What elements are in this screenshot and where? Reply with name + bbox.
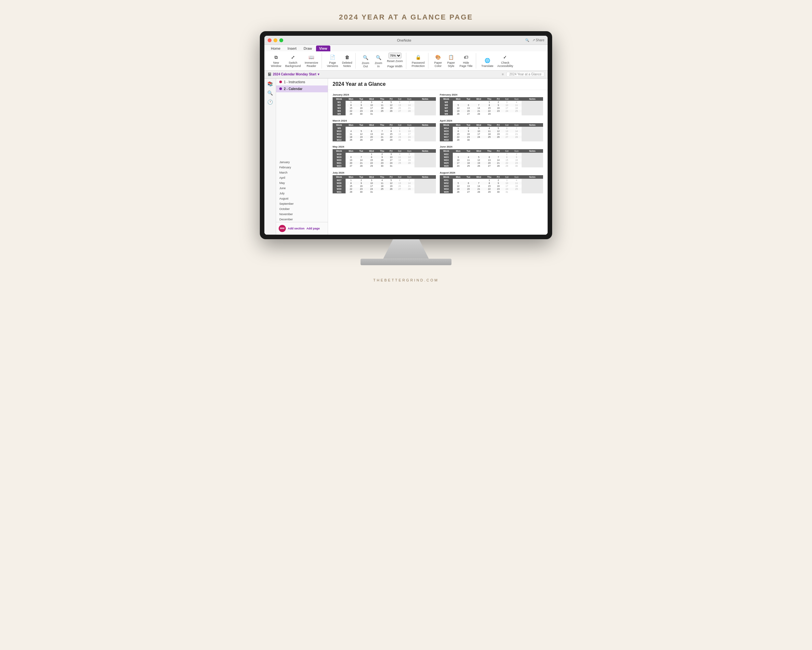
calendar-month-7: August 2024WeekMonTueWedThuFriSatSunNote…: [440, 171, 543, 193]
notebook-name[interactable]: 📓 2024 Calendar Monday Start ▾: [268, 72, 319, 76]
language-group: 🌐 Translate ✓ CheckAccessibility: [478, 53, 516, 69]
password-protection-button[interactable]: 🔒 PasswordProtection: [410, 53, 426, 69]
calendars-grid: January 2024WeekMonTueWedThuFriSatSunNot…: [333, 93, 543, 193]
sort-icon[interactable]: ≡: [502, 72, 504, 76]
month-december[interactable]: December: [276, 217, 328, 222]
section-instructions[interactable]: 1 - Instructions: [276, 79, 328, 86]
reset-zoom-button[interactable]: Reset Zoom: [386, 59, 404, 64]
switch-background-button[interactable]: ⤢ SwitchBackground: [284, 53, 302, 69]
hide-page-title-button[interactable]: 🏷 HidePage Title: [458, 53, 474, 69]
tab-draw[interactable]: Draw: [301, 46, 315, 51]
cal-table-3: WeekMonTueWedThuFriSatSunNotesW141234567…: [440, 123, 543, 141]
paper-color-icon: 🎨: [435, 54, 442, 61]
paper-style-button[interactable]: 📋 PaperStyle: [445, 53, 457, 69]
paper-color-button[interactable]: 🎨 PaperColor: [432, 53, 444, 69]
month-march[interactable]: March: [276, 170, 328, 175]
paper-group: 🎨 PaperColor 📋 PaperStyle 🏷 HidePage Tit…: [430, 53, 476, 69]
month-august[interactable]: August: [276, 196, 328, 201]
table-row: W2120212223242526: [333, 162, 436, 164]
zoom-out-label: ZoomOut: [362, 62, 369, 68]
tab-view[interactable]: View: [316, 46, 331, 51]
notebooks-icon[interactable]: 📚: [267, 81, 273, 86]
check-accessibility-button[interactable]: ✓ CheckAccessibility: [496, 53, 514, 69]
zoom-selector[interactable]: 75% 100% 125%: [388, 53, 401, 58]
page-versions-button[interactable]: 📄 PageVersions: [326, 53, 340, 69]
cal-table-6: WeekMonTueWedThuFriSatSunNotesW271234567…: [333, 175, 436, 193]
page-width-button[interactable]: Page Width: [386, 64, 404, 69]
table-row: W819202122232425: [440, 110, 543, 112]
tab-home[interactable]: Home: [268, 46, 284, 51]
month-november[interactable]: November: [276, 211, 328, 217]
immersive-icon: 📖: [308, 54, 315, 61]
notebook-icon: 📓: [268, 72, 272, 76]
table-row: W2517181920212223: [440, 162, 543, 164]
calendar-dot: [279, 87, 282, 90]
table-row: W2915161718192021: [333, 185, 436, 188]
immersive-label: ImmersiveReader: [305, 61, 318, 68]
share-button[interactable]: ↗ Share: [532, 38, 544, 42]
accessibility-icon: ✓: [502, 54, 509, 61]
history-icon[interactable]: 🕐: [267, 99, 273, 105]
month-list: January February March April May June Ju…: [276, 159, 328, 222]
table-row: W3022232425262728: [333, 188, 436, 190]
month-october[interactable]: October: [276, 206, 328, 211]
paper-style-label: PaperStyle: [447, 61, 455, 68]
section-calendar[interactable]: 2 - Calendar: [276, 86, 328, 92]
paper-color-label: PaperColor: [434, 61, 442, 68]
paper-style-icon: 📋: [447, 54, 455, 61]
month-april[interactable]: April: [276, 175, 328, 180]
zoom-in-label: ZoomIn: [375, 62, 382, 68]
protection-group: 🔒 PasswordProtection: [408, 53, 429, 69]
chevron-down-icon: ▾: [317, 72, 319, 76]
table-row: W1218192021222324: [333, 136, 436, 138]
zoom-out-button[interactable]: 🔍 ZoomOut: [360, 53, 371, 69]
deleted-notes-icon: 🗑: [343, 54, 351, 61]
new-window-button[interactable]: ⧉ NewWindow: [270, 53, 282, 69]
close-button[interactable]: [268, 38, 272, 42]
add-section-button[interactable]: Add section: [288, 227, 305, 230]
table-row: W1615161718192021: [440, 133, 543, 136]
table-row: W15891011121314: [440, 130, 543, 133]
translate-icon: 🌐: [484, 57, 491, 64]
instructions-dot: [279, 81, 282, 83]
page-group: 📄 PageVersions 🗑 DeletedNotes: [324, 53, 356, 69]
page-title-input[interactable]: [333, 81, 543, 87]
screen: OneNote 🔍 ↗ Share Home Insert Draw View: [264, 36, 548, 235]
month-title-3: April 2024: [440, 119, 543, 122]
search-icon[interactable]: 🔍: [525, 38, 529, 42]
month-title-7: August 2024: [440, 171, 543, 174]
immersive-reader-button[interactable]: 📖 ImmersiveReader: [303, 53, 320, 69]
page-versions-label: PageVersions: [327, 61, 339, 68]
table-row: W311234: [440, 179, 543, 182]
minimize-button[interactable]: [273, 38, 277, 42]
search-panel-icon[interactable]: 🔍: [267, 90, 273, 96]
translate-button[interactable]: 🌐 Translate: [480, 56, 495, 69]
table-row: W926272829: [440, 112, 543, 115]
table-row: W141234567: [440, 127, 543, 130]
month-february[interactable]: February: [276, 165, 328, 170]
calendar-month-3: April 2024WeekMonTueWedThuFriSatSunNotes…: [440, 119, 543, 141]
new-window-label: NewWindow: [271, 61, 281, 68]
month-january[interactable]: January: [276, 159, 328, 165]
monitor-stand: [374, 239, 438, 259]
accessibility-label: CheckAccessibility: [497, 61, 513, 68]
page-versions-icon: 📄: [329, 54, 336, 61]
footer-text: THEBETTERGRIND.COM: [373, 278, 439, 282]
month-may[interactable]: May: [276, 180, 328, 185]
table-row: W5293031: [333, 112, 436, 115]
month-september[interactable]: September: [276, 201, 328, 206]
deleted-notes-button[interactable]: 🗑 DeletedNotes: [341, 53, 353, 69]
zoom-in-button[interactable]: 🔍 ZoomIn: [372, 53, 384, 69]
calendar-month-4: May 2024WeekMonTueWedThuFriSatSunNotesW1…: [333, 145, 436, 167]
calendar-month-2: March 2024WeekMonTueWedThuFriSatSunNotes…: [333, 119, 436, 141]
cal-table-2: WeekMonTueWedThuFriSatSunNotesW9123W1045…: [333, 123, 436, 141]
month-july[interactable]: July: [276, 191, 328, 196]
add-page-button[interactable]: Add page: [307, 227, 320, 230]
switch-icon: ⤢: [289, 54, 296, 61]
tab-insert[interactable]: Insert: [284, 46, 300, 51]
app-title: OneNote: [283, 38, 525, 42]
month-june[interactable]: June: [276, 185, 328, 191]
deleted-notes-label: DeletedNotes: [342, 61, 352, 68]
cal-table-5: WeekMonTueWedThuFriSatSunNotesW2212W2334…: [440, 149, 543, 167]
maximize-button[interactable]: [279, 38, 283, 42]
